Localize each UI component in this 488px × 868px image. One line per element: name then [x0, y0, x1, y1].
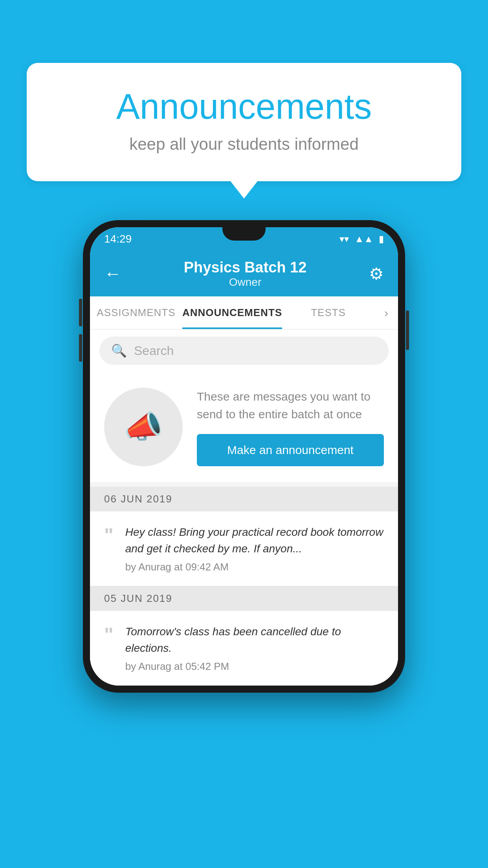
announcement-content-1: Hey class! Bring your practical record b…	[125, 524, 384, 573]
bubble-subtitle: keep all your students informed	[58, 135, 430, 154]
announcement-item-1[interactable]: " Hey class! Bring your practical record…	[90, 511, 398, 586]
announcement-icon-circle: 📣	[104, 388, 183, 466]
back-button[interactable]: ←	[104, 264, 121, 283]
announcement-meta-1: by Anurag at 09:42 AM	[125, 561, 384, 573]
tab-announcements[interactable]: ANNOUNCEMENTS	[182, 296, 282, 329]
volume-down-button	[79, 334, 82, 362]
date-separator-1: 06 JUN 2019	[90, 487, 398, 511]
search-placeholder: Search	[134, 344, 174, 358]
status-time: 14:29	[104, 233, 132, 245]
header-title-group: Physics Batch 12 Owner	[184, 259, 307, 289]
search-icon: 🔍	[111, 343, 127, 358]
make-announcement-button[interactable]: Make an announcement	[197, 434, 384, 466]
content-area: 🔍 Search 📣 These are messages you want t…	[90, 329, 398, 686]
announcement-message-1: Hey class! Bring your practical record b…	[125, 524, 384, 557]
tab-tests[interactable]: TESTS	[282, 296, 374, 329]
header-subtitle: Owner	[184, 276, 307, 289]
announcement-promo: 📣 These are messages you want to send to…	[90, 372, 398, 482]
tabs-more-button[interactable]: ›	[374, 296, 398, 329]
announcement-content-2: Tomorrow's class has been cancelled due …	[125, 623, 384, 673]
header-title: Physics Batch 12	[184, 259, 307, 276]
phone-screen: 14:29 ▾▾ ▲▲ ▮ ← Physics Batch 12 Owner ⚙	[90, 227, 398, 686]
date-separator-2: 05 JUN 2019	[90, 586, 398, 611]
search-bar[interactable]: 🔍 Search	[99, 337, 389, 365]
speech-bubble-section: Announcements keep all your students inf…	[27, 63, 461, 181]
settings-icon[interactable]: ⚙	[369, 264, 384, 283]
battery-icon: ▮	[379, 234, 384, 245]
bubble-title: Announcements	[58, 86, 430, 127]
announcement-message-2: Tomorrow's class has been cancelled due …	[125, 623, 384, 657]
wifi-icon: ▾▾	[339, 234, 349, 245]
search-container: 🔍 Search	[90, 329, 398, 372]
phone-notch	[222, 227, 266, 241]
signal-icon: ▲▲	[354, 234, 373, 245]
tab-assignments[interactable]: ASSIGNMENTS	[90, 296, 182, 329]
volume-up-button	[79, 299, 82, 326]
announcement-promo-description: These are messages you want to send to t…	[197, 388, 384, 423]
megaphone-icon: 📣	[124, 408, 163, 445]
status-icons: ▾▾ ▲▲ ▮	[339, 234, 384, 245]
tabs-bar: ASSIGNMENTS ANNOUNCEMENTS TESTS ›	[90, 296, 398, 329]
app-header: ← Physics Batch 12 Owner ⚙	[90, 251, 398, 296]
announcement-item-2[interactable]: " Tomorrow's class has been cancelled du…	[90, 611, 398, 686]
phone-outer: 14:29 ▾▾ ▲▲ ▮ ← Physics Batch 12 Owner ⚙	[83, 220, 405, 693]
speech-bubble: Announcements keep all your students inf…	[27, 63, 461, 181]
quote-icon-2: "	[104, 625, 114, 645]
quote-icon-1: "	[104, 526, 114, 545]
power-button	[406, 311, 409, 350]
phone-mockup: 14:29 ▾▾ ▲▲ ▮ ← Physics Batch 12 Owner ⚙	[83, 220, 405, 693]
announcement-promo-right: These are messages you want to send to t…	[197, 388, 384, 466]
announcement-meta-2: by Anurag at 05:42 PM	[125, 660, 384, 673]
